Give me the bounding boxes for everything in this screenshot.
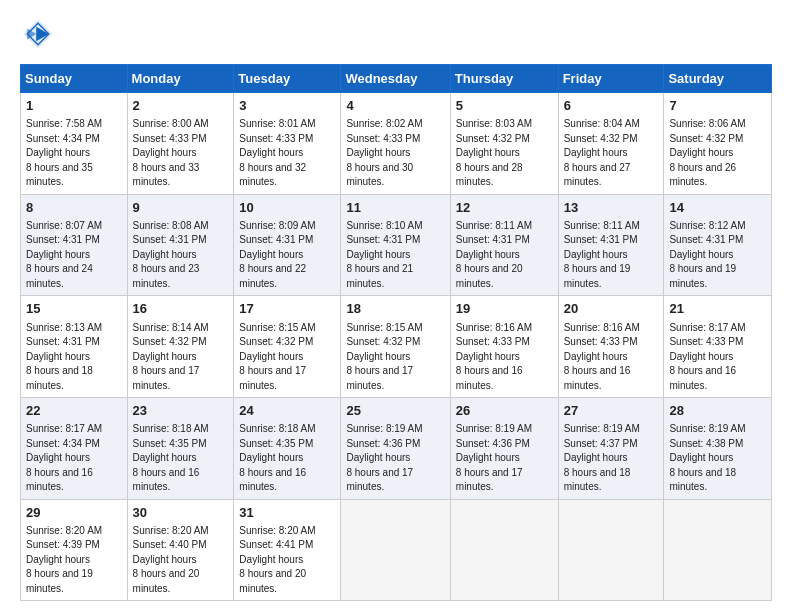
cell-content: Sunrise: 8:06 AMSunset: 4:32 PMDaylight … — [669, 117, 766, 190]
day-number: 3 — [239, 97, 335, 115]
day-number: 20 — [564, 300, 659, 318]
day-number: 16 — [133, 300, 229, 318]
cell-content: Sunrise: 8:04 AMSunset: 4:32 PMDaylight … — [564, 117, 659, 190]
day-number: 4 — [346, 97, 444, 115]
calendar-cell — [558, 499, 664, 601]
header-sunday: Sunday — [21, 65, 128, 93]
calendar-cell — [450, 499, 558, 601]
day-number: 29 — [26, 504, 122, 522]
calendar-cell: 19Sunrise: 8:16 AMSunset: 4:33 PMDayligh… — [450, 296, 558, 398]
calendar-cell: 31Sunrise: 8:20 AMSunset: 4:41 PMDayligh… — [234, 499, 341, 601]
header-saturday: Saturday — [664, 65, 772, 93]
calendar-cell — [341, 499, 450, 601]
day-number: 25 — [346, 402, 444, 420]
header-friday: Friday — [558, 65, 664, 93]
calendar-cell: 6Sunrise: 8:04 AMSunset: 4:32 PMDaylight… — [558, 93, 664, 195]
calendar-cell: 15Sunrise: 8:13 AMSunset: 4:31 PMDayligh… — [21, 296, 128, 398]
calendar-cell: 25Sunrise: 8:19 AMSunset: 4:36 PMDayligh… — [341, 398, 450, 500]
cell-content: Sunrise: 8:16 AMSunset: 4:33 PMDaylight … — [456, 321, 553, 394]
cell-content: Sunrise: 8:20 AMSunset: 4:40 PMDaylight … — [133, 524, 229, 597]
calendar-cell: 21Sunrise: 8:17 AMSunset: 4:33 PMDayligh… — [664, 296, 772, 398]
day-number: 17 — [239, 300, 335, 318]
calendar-cell: 13Sunrise: 8:11 AMSunset: 4:31 PMDayligh… — [558, 194, 664, 296]
cell-content: Sunrise: 8:15 AMSunset: 4:32 PMDaylight … — [346, 321, 444, 394]
calendar-cell: 22Sunrise: 8:17 AMSunset: 4:34 PMDayligh… — [21, 398, 128, 500]
cell-content: Sunrise: 8:19 AMSunset: 4:36 PMDaylight … — [346, 422, 444, 495]
calendar-week-5: 29Sunrise: 8:20 AMSunset: 4:39 PMDayligh… — [21, 499, 772, 601]
logo-icon — [20, 16, 56, 52]
day-number: 19 — [456, 300, 553, 318]
cell-content: Sunrise: 8:17 AMSunset: 4:34 PMDaylight … — [26, 422, 122, 495]
day-number: 30 — [133, 504, 229, 522]
day-number: 14 — [669, 199, 766, 217]
calendar-cell: 10Sunrise: 8:09 AMSunset: 4:31 PMDayligh… — [234, 194, 341, 296]
calendar-cell: 12Sunrise: 8:11 AMSunset: 4:31 PMDayligh… — [450, 194, 558, 296]
header-thursday: Thursday — [450, 65, 558, 93]
day-number: 15 — [26, 300, 122, 318]
cell-content: Sunrise: 8:16 AMSunset: 4:33 PMDaylight … — [564, 321, 659, 394]
calendar-cell: 27Sunrise: 8:19 AMSunset: 4:37 PMDayligh… — [558, 398, 664, 500]
cell-content: Sunrise: 8:19 AMSunset: 4:38 PMDaylight … — [669, 422, 766, 495]
calendar-table: SundayMondayTuesdayWednesdayThursdayFrid… — [20, 64, 772, 601]
cell-content: Sunrise: 8:15 AMSunset: 4:32 PMDaylight … — [239, 321, 335, 394]
cell-content: Sunrise: 8:07 AMSunset: 4:31 PMDaylight … — [26, 219, 122, 292]
day-number: 12 — [456, 199, 553, 217]
day-number: 23 — [133, 402, 229, 420]
cell-content: Sunrise: 8:20 AMSunset: 4:39 PMDaylight … — [26, 524, 122, 597]
cell-content: Sunrise: 8:03 AMSunset: 4:32 PMDaylight … — [456, 117, 553, 190]
cell-content: Sunrise: 8:18 AMSunset: 4:35 PMDaylight … — [133, 422, 229, 495]
cell-content: Sunrise: 8:20 AMSunset: 4:41 PMDaylight … — [239, 524, 335, 597]
calendar-cell: 9Sunrise: 8:08 AMSunset: 4:31 PMDaylight… — [127, 194, 234, 296]
header-tuesday: Tuesday — [234, 65, 341, 93]
calendar-cell — [664, 499, 772, 601]
calendar-cell: 2Sunrise: 8:00 AMSunset: 4:33 PMDaylight… — [127, 93, 234, 195]
calendar-cell: 4Sunrise: 8:02 AMSunset: 4:33 PMDaylight… — [341, 93, 450, 195]
calendar-week-4: 22Sunrise: 8:17 AMSunset: 4:34 PMDayligh… — [21, 398, 772, 500]
day-number: 28 — [669, 402, 766, 420]
cell-content: Sunrise: 8:08 AMSunset: 4:31 PMDaylight … — [133, 219, 229, 292]
day-number: 9 — [133, 199, 229, 217]
calendar-cell: 1Sunrise: 7:58 AMSunset: 4:34 PMDaylight… — [21, 93, 128, 195]
calendar-cell: 7Sunrise: 8:06 AMSunset: 4:32 PMDaylight… — [664, 93, 772, 195]
calendar-cell: 8Sunrise: 8:07 AMSunset: 4:31 PMDaylight… — [21, 194, 128, 296]
calendar-cell: 5Sunrise: 8:03 AMSunset: 4:32 PMDaylight… — [450, 93, 558, 195]
calendar-week-2: 8Sunrise: 8:07 AMSunset: 4:31 PMDaylight… — [21, 194, 772, 296]
cell-content: Sunrise: 7:58 AMSunset: 4:34 PMDaylight … — [26, 117, 122, 190]
day-number: 1 — [26, 97, 122, 115]
cell-content: Sunrise: 8:01 AMSunset: 4:33 PMDaylight … — [239, 117, 335, 190]
calendar-week-1: 1Sunrise: 7:58 AMSunset: 4:34 PMDaylight… — [21, 93, 772, 195]
calendar-cell: 29Sunrise: 8:20 AMSunset: 4:39 PMDayligh… — [21, 499, 128, 601]
calendar-cell: 23Sunrise: 8:18 AMSunset: 4:35 PMDayligh… — [127, 398, 234, 500]
calendar-cell: 20Sunrise: 8:16 AMSunset: 4:33 PMDayligh… — [558, 296, 664, 398]
calendar-cell: 11Sunrise: 8:10 AMSunset: 4:31 PMDayligh… — [341, 194, 450, 296]
calendar-cell: 26Sunrise: 8:19 AMSunset: 4:36 PMDayligh… — [450, 398, 558, 500]
cell-content: Sunrise: 8:14 AMSunset: 4:32 PMDaylight … — [133, 321, 229, 394]
day-number: 5 — [456, 97, 553, 115]
day-number: 31 — [239, 504, 335, 522]
day-number: 6 — [564, 97, 659, 115]
logo — [20, 16, 62, 52]
day-number: 11 — [346, 199, 444, 217]
day-number: 13 — [564, 199, 659, 217]
calendar-week-3: 15Sunrise: 8:13 AMSunset: 4:31 PMDayligh… — [21, 296, 772, 398]
day-number: 26 — [456, 402, 553, 420]
cell-content: Sunrise: 8:19 AMSunset: 4:37 PMDaylight … — [564, 422, 659, 495]
day-number: 27 — [564, 402, 659, 420]
cell-content: Sunrise: 8:11 AMSunset: 4:31 PMDaylight … — [564, 219, 659, 292]
calendar-cell: 17Sunrise: 8:15 AMSunset: 4:32 PMDayligh… — [234, 296, 341, 398]
calendar-cell: 14Sunrise: 8:12 AMSunset: 4:31 PMDayligh… — [664, 194, 772, 296]
cell-content: Sunrise: 8:09 AMSunset: 4:31 PMDaylight … — [239, 219, 335, 292]
cell-content: Sunrise: 8:13 AMSunset: 4:31 PMDaylight … — [26, 321, 122, 394]
header-wednesday: Wednesday — [341, 65, 450, 93]
day-number: 2 — [133, 97, 229, 115]
cell-content: Sunrise: 8:18 AMSunset: 4:35 PMDaylight … — [239, 422, 335, 495]
calendar-cell: 3Sunrise: 8:01 AMSunset: 4:33 PMDaylight… — [234, 93, 341, 195]
calendar-cell: 30Sunrise: 8:20 AMSunset: 4:40 PMDayligh… — [127, 499, 234, 601]
header — [20, 16, 772, 52]
day-number: 21 — [669, 300, 766, 318]
cell-content: Sunrise: 8:10 AMSunset: 4:31 PMDaylight … — [346, 219, 444, 292]
page: SundayMondayTuesdayWednesdayThursdayFrid… — [0, 0, 792, 612]
day-number: 8 — [26, 199, 122, 217]
day-number: 10 — [239, 199, 335, 217]
calendar-cell: 16Sunrise: 8:14 AMSunset: 4:32 PMDayligh… — [127, 296, 234, 398]
